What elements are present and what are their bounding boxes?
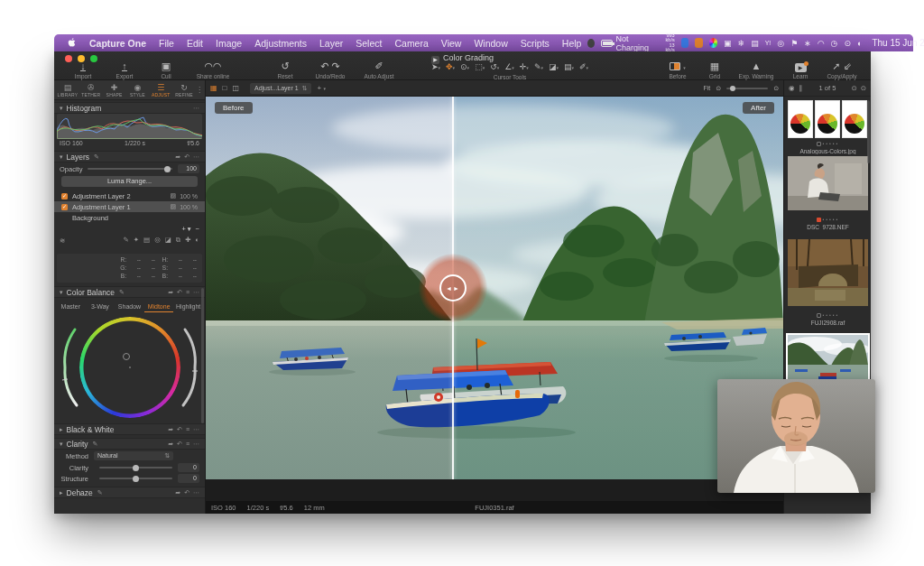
magic-brush-icon[interactable]: ✦: [134, 236, 139, 245]
structure-slider[interactable]: [99, 478, 172, 479]
bw-preset-icon[interactable]: ≡: [186, 426, 189, 433]
gradient-mask-tool[interactable]: ▤▾: [564, 62, 574, 71]
add-adjustment-button[interactable]: + ▾: [317, 84, 325, 92]
thumb1-color-tag[interactable]: [817, 142, 821, 146]
dehaze-menu-icon[interactable]: ⋯: [193, 489, 199, 496]
zoom-in-icon[interactable]: ⊙: [773, 85, 779, 92]
tab-style[interactable]: ◉STYLE: [125, 83, 149, 97]
cb-tab-3way[interactable]: 3-Way: [86, 301, 116, 312]
menu-capture-one[interactable]: Capture One: [83, 38, 152, 49]
clock-menu-icon[interactable]: ◷: [831, 39, 838, 48]
cb-reset-icon[interactable]: ↶: [177, 289, 182, 296]
layers-header[interactable]: ▾Layers✎ ➦ ↶ ⋯: [54, 151, 205, 162]
erase-mask-icon[interactable]: ◪: [165, 236, 171, 245]
browser-eye-icon[interactable]: ◉: [789, 84, 795, 92]
thumb3-color-tag[interactable]: [817, 313, 821, 318]
layers-copy-icon[interactable]: ➦: [175, 153, 180, 161]
clarity-brush-icon[interactable]: ✎: [93, 441, 98, 448]
target-menu-icon[interactable]: ◎: [777, 39, 784, 48]
layer-list-icon[interactable]: ≋: [60, 237, 65, 245]
clarity-slider[interactable]: [99, 467, 172, 469]
cb-preset-icon[interactable]: ≡: [186, 289, 189, 296]
record-status-icon[interactable]: [587, 39, 595, 48]
histogram-menu-icon[interactable]: ⋯: [193, 105, 199, 112]
dehaze-brush-icon[interactable]: ✎: [97, 489, 103, 496]
black-white-header[interactable]: ▸Black & White ➦ ↶ ≡ ⋯: [54, 423, 205, 435]
menu-edit[interactable]: Edit: [180, 38, 209, 49]
layers-reset-icon[interactable]: ↶: [184, 153, 189, 161]
structure-value[interactable]: 0: [178, 474, 199, 483]
thumb2-rating[interactable]: •••••: [823, 217, 840, 222]
cb-copy-icon[interactable]: ➦: [168, 289, 173, 296]
flag-menu-icon[interactable]: ⚑: [790, 39, 798, 48]
app-icon-orange[interactable]: [695, 38, 703, 48]
bw-menu-icon[interactable]: ⋯: [193, 426, 199, 433]
clarity-method-select[interactable]: Natural⇅: [94, 451, 173, 460]
cb-menu-icon[interactable]: ⋯: [193, 289, 199, 296]
cb-tab-master[interactable]: Master: [56, 301, 86, 312]
dehaze-reset-icon[interactable]: ↶: [184, 489, 189, 496]
add-layer-button[interactable]: + ▾: [181, 225, 190, 233]
app-icon-color-wheel[interactable]: [709, 38, 717, 48]
dehaze-header[interactable]: ▸Dehaze✎ ➦ ↶ ⋯: [54, 487, 205, 498]
zoom-tool[interactable]: ⊙▾: [460, 62, 469, 71]
draw-mask-tool[interactable]: ✎▾: [534, 62, 543, 71]
layer-2-mask-icon[interactable]: ▨: [171, 192, 177, 199]
layer-row-adjustment-2[interactable]: ✓ Adjustment Layer 2 ▨100 %: [54, 190, 205, 201]
clarity-value[interactable]: 0: [178, 463, 199, 472]
pick-color-tool[interactable]: ✐▾: [579, 62, 588, 71]
share-online-button[interactable]: ◠◠Share online: [188, 60, 238, 79]
menu-camera[interactable]: Camera: [388, 38, 434, 49]
status-chip-icon[interactable]: [681, 38, 689, 48]
menu-file[interactable]: File: [152, 38, 180, 49]
exposure-warning-button[interactable]: ▲Exp. Warning: [732, 60, 781, 79]
before-after-button[interactable]: ▾ Before: [658, 60, 698, 79]
zoom-slider[interactable]: [726, 88, 768, 89]
layer-row-adjustment-1[interactable]: ✓ Adjustment Layer 1 ▨100 %: [54, 201, 205, 212]
snowflake-menu-icon[interactable]: ❄: [738, 39, 745, 48]
grid-button[interactable]: ▦Grid: [699, 60, 730, 79]
opacity-slider[interactable]: [88, 168, 172, 170]
tab-library[interactable]: ▤LIBRARY: [56, 83, 79, 97]
draw-mask-icon[interactable]: ✎: [123, 236, 128, 245]
cb-tab-highlight[interactable]: Highlight: [173, 301, 203, 312]
color-balance-header[interactable]: ▾Color Balance✎ ➦ ↶ ≡ ⋯: [54, 286, 205, 298]
thumbnail-dsc-9728[interactable]: ••••• DSC_9728.NEF: [788, 156, 868, 230]
hand-tool[interactable]: ✥▾: [446, 62, 455, 71]
cb-tab-shadow[interactable]: Shadow: [115, 301, 144, 312]
menu-select[interactable]: Select: [349, 38, 388, 49]
browser-filter-icon[interactable]: ∥: [799, 84, 803, 92]
select-tool[interactable]: ➤▾: [431, 62, 440, 71]
bluetooth-menu-icon[interactable]: ∗: [804, 39, 811, 48]
learn-button[interactable]: ▶Learn: [782, 60, 818, 79]
network-speed-widget[interactable]: 993 kb/s 13 kb/s: [660, 33, 675, 53]
thumb1-rating[interactable]: •••••: [823, 141, 840, 146]
camera-menu-icon[interactable]: ▣: [724, 39, 732, 48]
menu-window[interactable]: Window: [467, 38, 513, 49]
import-button[interactable]: ↓Import: [63, 60, 103, 79]
radial-gradient-mask-icon[interactable]: ◎: [154, 236, 161, 245]
layer-row-background[interactable]: Background: [54, 212, 205, 223]
opacity-value[interactable]: 100: [178, 164, 199, 173]
dehaze-copy-icon[interactable]: ➦: [175, 489, 180, 496]
menu-scripts[interactable]: Scripts: [514, 38, 556, 49]
tab-adjust[interactable]: ☰ADJUST: [149, 83, 172, 97]
invert-mask-icon[interactable]: ◐: [195, 236, 199, 245]
layers-brush-icon[interactable]: ✎: [94, 153, 99, 161]
thumbnail-fuji2908[interactable]: ••••• FUJI2908.raf: [788, 239, 868, 326]
tab-refine[interactable]: ↻REFINE: [172, 83, 196, 97]
tab-shape[interactable]: ✚SHAPE: [103, 83, 126, 97]
export-button[interactable]: ↑Export: [105, 60, 144, 79]
rotate-tool[interactable]: ↺▾: [490, 62, 499, 71]
menu-view[interactable]: View: [435, 38, 468, 49]
reset-button[interactable]: ↺Reset: [265, 60, 305, 79]
erase-mask-tool[interactable]: ◪▾: [549, 62, 559, 71]
browser-scrollbar[interactable]: [867, 100, 870, 163]
spot-tool[interactable]: ✛▾: [520, 62, 529, 71]
thumb2-color-tag[interactable]: [817, 218, 821, 222]
browser-zoom-icon[interactable]: ⊙: [861, 84, 866, 92]
layers-menu-icon[interactable]: ⋯: [193, 153, 199, 161]
clarity-header[interactable]: ▾Clarity✎ ➦ ↶ ≡ ⋯: [54, 438, 205, 450]
menu-adjustments[interactable]: Adjustments: [248, 38, 313, 49]
clarity-copy-icon[interactable]: ➦: [168, 441, 173, 448]
